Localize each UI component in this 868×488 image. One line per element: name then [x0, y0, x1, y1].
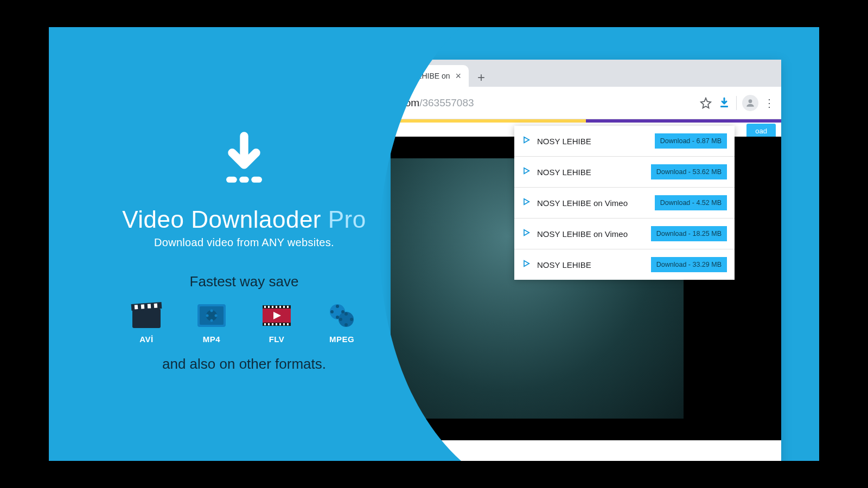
also-text: and also on other formats.: [49, 356, 439, 373]
svg-rect-30: [272, 323, 273, 325]
svg-point-40: [330, 310, 334, 313]
svg-point-43: [344, 323, 348, 326]
svg-rect-23: [272, 306, 273, 308]
flv-icon: [260, 301, 293, 330]
svg-rect-9: [148, 304, 151, 308]
format-mpeg: MPEG: [326, 301, 358, 344]
svg-rect-32: [279, 323, 281, 325]
page-download-button[interactable]: oad: [746, 124, 776, 138]
format-mp4: MP4: [195, 301, 228, 344]
svg-point-14: [210, 310, 213, 312]
tab-strip: SY LEHIBE on × +: [391, 60, 781, 87]
svg-point-38: [341, 310, 344, 313]
svg-rect-31: [276, 323, 277, 325]
svg-point-17: [206, 314, 209, 317]
download-title: NOSY LEHIBE: [537, 168, 591, 177]
play-icon: [522, 228, 531, 239]
svg-rect-2: [226, 177, 237, 183]
svg-rect-4: [251, 177, 262, 183]
avatar-icon[interactable]: [742, 95, 758, 111]
download-item: NOSY LEHIBE Download - 53.62 MB: [514, 157, 735, 188]
format-label: AVİ: [139, 335, 153, 344]
download-button[interactable]: Download - 4.52 MB: [655, 195, 727, 210]
svg-rect-10: [154, 304, 158, 308]
download-item: NOSY LEHIBE on Vimeo Download - 4.52 MB: [514, 188, 735, 219]
download-logo-icon: [214, 130, 274, 190]
svg-rect-7: [135, 305, 138, 309]
svg-rect-25: [279, 306, 281, 308]
format-label: FLV: [269, 335, 285, 344]
play-icon: [522, 197, 531, 208]
download-title: NOSY LEHIBE on Vimeo: [537, 229, 628, 239]
svg-point-42: [350, 318, 353, 321]
svg-point-37: [336, 305, 339, 308]
download-item: NOSY LEHIBE Download - 33.29 MB: [514, 249, 735, 280]
format-label: MPEG: [329, 335, 354, 344]
video-caption: Peyrat: [391, 440, 781, 461]
download-item: NOSY LEHIBE Download - 6.87 MB: [514, 126, 735, 157]
svg-rect-3: [239, 177, 249, 183]
download-title: NOSY LEHIBE: [537, 137, 591, 146]
avi-icon: [130, 301, 163, 330]
mp4-icon: [195, 301, 228, 330]
svg-rect-21: [264, 306, 266, 308]
svg-rect-34: [287, 323, 289, 325]
format-list: AVİ MP4: [49, 301, 439, 344]
svg-rect-29: [268, 323, 270, 325]
play-icon: [522, 136, 531, 146]
menu-icon[interactable]: ⋮: [764, 97, 775, 110]
fastest-text: Fastest way save: [49, 273, 439, 290]
app-title: Video Downlaoder Pro: [49, 206, 439, 233]
play-icon: [522, 259, 531, 270]
play-icon: [522, 166, 531, 177]
app-subtitle: Download video from ANY websites.: [49, 236, 439, 249]
address-bar: .com/363557083 ⋮: [391, 87, 781, 119]
svg-point-16: [210, 319, 213, 322]
svg-rect-33: [283, 323, 285, 325]
download-button[interactable]: Download - 6.87 MB: [655, 133, 727, 149]
svg-point-39: [336, 316, 339, 319]
download-title: NOSY LEHIBE on Vimeo: [537, 198, 628, 208]
close-icon[interactable]: ×: [456, 70, 462, 82]
promo-panel: Video Downlaoder Pro Download video from…: [49, 27, 439, 461]
svg-rect-27: [287, 306, 289, 308]
download-title: NOSY LEHIBE: [537, 260, 591, 269]
promo-stage: SY LEHIBE on × + .com/363557083 ⋮ oad: [49, 27, 819, 461]
svg-rect-8: [141, 304, 145, 309]
format-avi: AVİ: [130, 301, 163, 344]
svg-rect-24: [276, 306, 277, 308]
format-label: MP4: [203, 335, 220, 344]
mpeg-icon: [326, 301, 358, 330]
download-dropdown: NOSY LEHIBE Download - 6.87 MB NOSY LEHI…: [514, 126, 735, 280]
download-button[interactable]: Download - 18.25 MB: [651, 226, 727, 241]
svg-rect-26: [283, 306, 285, 308]
format-flv: FLV: [260, 301, 293, 344]
download-extension-icon[interactable]: [718, 97, 731, 110]
svg-rect-28: [264, 323, 266, 325]
svg-rect-22: [268, 306, 270, 308]
new-tab-button[interactable]: +: [472, 68, 490, 87]
svg-point-15: [215, 314, 218, 317]
download-button[interactable]: Download - 53.62 MB: [651, 164, 727, 179]
svg-rect-0: [720, 106, 728, 107]
download-button[interactable]: Download - 33.29 MB: [651, 257, 727, 272]
svg-point-41: [344, 312, 348, 316]
url-text: .com/363557083: [397, 97, 694, 109]
star-icon[interactable]: [699, 97, 712, 110]
svg-rect-5: [132, 309, 161, 328]
download-item: NOSY LEHIBE on Vimeo Download - 18.25 MB: [514, 219, 735, 249]
svg-point-1: [749, 99, 752, 103]
svg-point-44: [339, 318, 342, 321]
